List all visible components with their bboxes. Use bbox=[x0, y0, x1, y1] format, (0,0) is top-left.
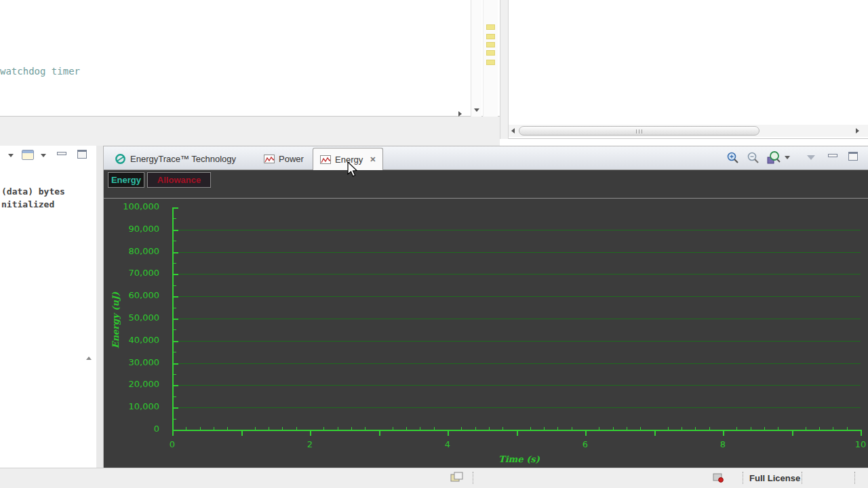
x-minor-tick bbox=[572, 427, 572, 430]
view-menu-icon[interactable] bbox=[807, 155, 822, 170]
scroll-left-icon[interactable] bbox=[511, 128, 515, 134]
y-tick-label: 50,000 bbox=[109, 312, 159, 323]
license-status-icon[interactable] bbox=[712, 472, 725, 483]
x-tick-label: 4 bbox=[434, 439, 461, 449]
x-minor-tick bbox=[736, 427, 737, 430]
x-minor-tick bbox=[227, 427, 228, 430]
editor-overview-ruler[interactable] bbox=[483, 0, 498, 117]
x-tick bbox=[448, 430, 449, 436]
x-minor-tick bbox=[682, 427, 682, 430]
x-minor-tick bbox=[351, 427, 352, 430]
panel-divider[interactable] bbox=[500, 0, 509, 139]
x-minor-tick bbox=[200, 427, 201, 430]
x-minor-tick bbox=[751, 427, 751, 430]
scroll-up-icon[interactable] bbox=[86, 357, 92, 360]
scroll-right-icon[interactable] bbox=[458, 111, 462, 117]
y-minor-tick bbox=[174, 419, 176, 420]
y-tick bbox=[174, 252, 178, 253]
scroll-down-icon[interactable] bbox=[474, 108, 479, 112]
y-minor-tick bbox=[174, 241, 176, 241]
tab-power[interactable]: Power bbox=[257, 148, 311, 170]
x-minor-tick bbox=[323, 427, 324, 430]
x-tick-label: 8 bbox=[709, 439, 736, 449]
x-tick bbox=[172, 430, 174, 436]
legend-energy-button[interactable]: Energy bbox=[108, 172, 144, 188]
y-minor-tick bbox=[174, 329, 176, 330]
console-activity-icon[interactable] bbox=[450, 472, 464, 483]
occurrence-marker[interactable] bbox=[486, 34, 495, 39]
y-minor-tick bbox=[174, 352, 176, 352]
x-minor-tick bbox=[186, 427, 186, 430]
y-tick bbox=[174, 296, 178, 298]
status-bar: Full License bbox=[0, 468, 868, 488]
y-tick bbox=[174, 363, 178, 365]
y-tick bbox=[174, 341, 178, 342]
console-line: (data) bytes bbox=[1, 186, 65, 197]
occurrence-marker[interactable] bbox=[486, 42, 495, 47]
x-minor-tick bbox=[282, 427, 283, 430]
maximize-icon[interactable] bbox=[848, 152, 863, 167]
horizontal-scrollbar[interactable] bbox=[509, 125, 868, 137]
minimize-icon[interactable] bbox=[57, 152, 66, 155]
y-grid-line bbox=[174, 407, 861, 408]
x-tick bbox=[792, 430, 793, 436]
x-tick-label: 10 bbox=[847, 439, 868, 449]
occurrence-marker[interactable] bbox=[486, 24, 495, 30]
tab-label: EnergyTrace™ Technology bbox=[130, 154, 236, 164]
x-minor-tick bbox=[296, 427, 297, 430]
dropdown-caret-icon[interactable] bbox=[8, 154, 14, 157]
minimize-icon[interactable] bbox=[828, 154, 843, 169]
y-tick-label: 0 bbox=[109, 424, 159, 434]
x-minor-tick bbox=[806, 427, 806, 430]
scroll-right-icon[interactable] bbox=[856, 128, 859, 134]
y-tick-label: 60,000 bbox=[109, 290, 159, 300]
maximize-icon[interactable] bbox=[77, 150, 87, 159]
separator bbox=[854, 472, 855, 484]
dropdown-caret-icon[interactable] bbox=[41, 154, 46, 157]
energy-chart[interactable]: Energy (uJ) Time (s) 010,00020,00030,000… bbox=[104, 199, 868, 468]
close-icon[interactable]: ✕ bbox=[370, 155, 376, 164]
x-minor-tick bbox=[557, 427, 558, 430]
zoom-fit-icon[interactable] bbox=[766, 150, 781, 165]
x-minor-tick bbox=[489, 427, 490, 430]
editor-vertical-scrollbar[interactable] bbox=[471, 0, 481, 117]
y-grid-line bbox=[174, 341, 861, 342]
dropdown-caret-icon[interactable] bbox=[785, 156, 800, 171]
tab-label: Power bbox=[279, 154, 304, 164]
y-tick-label: 90,000 bbox=[109, 224, 159, 234]
background-band bbox=[0, 117, 500, 146]
x-minor-tick bbox=[502, 427, 503, 430]
x-tick bbox=[517, 430, 518, 436]
x-tick bbox=[723, 430, 724, 436]
x-tick-label: 6 bbox=[572, 439, 599, 449]
x-minor-tick bbox=[420, 427, 420, 430]
tab-energytrace-technology[interactable]: EnergyTrace™ Technology bbox=[108, 148, 243, 170]
y-tick-label: 70,000 bbox=[109, 268, 159, 278]
y-tick bbox=[174, 230, 178, 231]
x-minor-tick bbox=[709, 427, 710, 430]
y-tick bbox=[174, 274, 178, 275]
grip-dot bbox=[639, 129, 639, 134]
occurrence-marker[interactable] bbox=[486, 60, 495, 65]
y-minor-tick bbox=[174, 308, 176, 308]
x-minor-tick bbox=[530, 427, 531, 430]
y-minor-tick bbox=[174, 218, 176, 219]
y-tick-label: 100,000 bbox=[109, 201, 159, 211]
grip-dot bbox=[636, 129, 637, 134]
zoom-out-icon[interactable] bbox=[746, 150, 761, 165]
x-minor-tick bbox=[475, 427, 476, 430]
chart-toolbar bbox=[717, 150, 863, 167]
x-minor-tick bbox=[627, 427, 627, 430]
zoom-in-icon[interactable] bbox=[726, 150, 741, 165]
legend-allowance-button[interactable]: Allowance bbox=[147, 172, 211, 188]
y-grid-line bbox=[174, 319, 861, 319]
y-grid-line bbox=[174, 230, 861, 230]
x-minor-tick bbox=[819, 427, 820, 430]
open-console-icon[interactable] bbox=[22, 150, 34, 160]
occurrence-marker[interactable] bbox=[486, 50, 495, 56]
scrollbar-thumb[interactable] bbox=[519, 126, 760, 136]
y-tick-label: 20,000 bbox=[109, 379, 159, 389]
x-minor-tick bbox=[847, 427, 848, 430]
energytrace-icon bbox=[115, 153, 126, 165]
energytrace-tabbar: EnergyTrace™ Technology Power Energy ✕ bbox=[104, 146, 868, 170]
